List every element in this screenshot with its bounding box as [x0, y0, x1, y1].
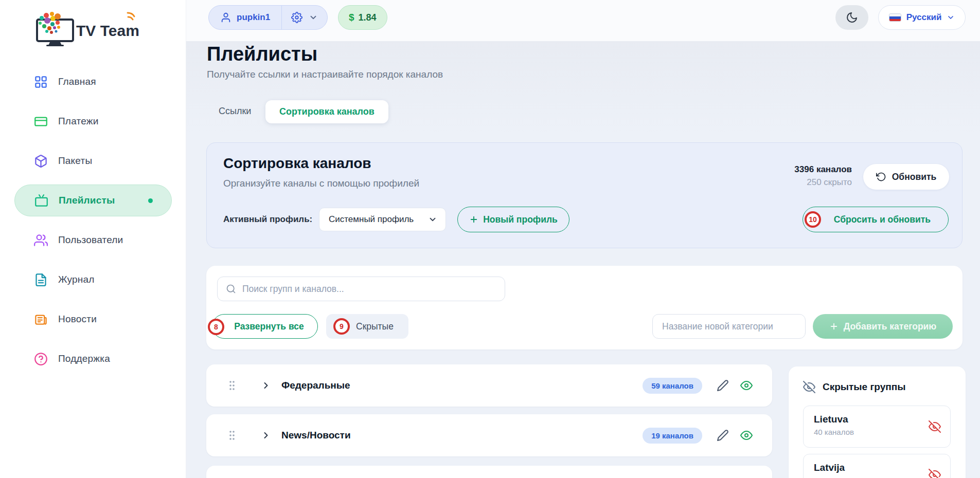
- channel-count-badge: 59 каналов: [643, 378, 702, 394]
- new-profile-label: Новый профиль: [483, 214, 558, 225]
- file-text-icon: [34, 273, 48, 287]
- chevron-down-icon: [947, 13, 955, 22]
- sidebar-item-label: Новости: [58, 314, 97, 325]
- annotation-badge-9: 9: [333, 318, 350, 335]
- refresh-button[interactable]: Обновить: [863, 164, 949, 190]
- eye-off-icon: [803, 381, 815, 393]
- search-input[interactable]: [242, 284, 496, 295]
- expand-all-button[interactable]: 8 Развернуть все: [212, 314, 318, 339]
- chevron-down-icon: [309, 13, 318, 22]
- search-icon: [226, 284, 236, 294]
- gear-icon[interactable]: [291, 12, 302, 23]
- sidebar-item-packages[interactable]: Пакеты: [14, 145, 172, 177]
- sidebar-item-label: Плейлисты: [59, 195, 115, 206]
- hidden-group-count: 40 каналов: [814, 428, 940, 436]
- eye-off-red-icon[interactable]: [929, 420, 941, 433]
- sidebar-item-label: Журнал: [58, 274, 95, 285]
- sidebar-item-users[interactable]: Пользователи: [14, 224, 172, 256]
- users-icon: [34, 233, 48, 247]
- balance-value: 1.84: [359, 12, 377, 23]
- sidebar-item-label: Поддержка: [58, 353, 110, 364]
- sidebar-item-label: Пакеты: [58, 155, 92, 167]
- edit-pencil-icon[interactable]: [717, 379, 729, 392]
- help-circle-icon: [34, 352, 48, 366]
- hidden-groups-title: Скрытые группы: [823, 381, 905, 393]
- user-menu[interactable]: pupkin1: [208, 5, 328, 30]
- sidebar-item-label: Пользователи: [58, 234, 123, 246]
- hidden-groups-panel: Скрытые группы Lietuva 40 каналов Latvij…: [789, 366, 966, 478]
- tab-links[interactable]: Ссылки: [219, 106, 251, 117]
- drag-handle-icon[interactable]: [228, 429, 236, 442]
- eye-off-red-icon[interactable]: [929, 469, 941, 478]
- language-selector[interactable]: Русский: [878, 5, 966, 30]
- balance-pill[interactable]: $ 1.84: [338, 5, 387, 30]
- language-label: Русский: [906, 12, 942, 23]
- sorting-card-title: Сортировка каналов: [223, 155, 371, 172]
- plus-icon: [829, 322, 839, 331]
- visibility-eye-icon[interactable]: [740, 429, 753, 442]
- credit-card-icon: [34, 115, 48, 128]
- newspaper-icon: [34, 312, 48, 326]
- group-row: Федеральные 59 каналов: [206, 364, 772, 407]
- sidebar-item-home[interactable]: Главная: [14, 66, 172, 98]
- tv-icon: [34, 194, 48, 208]
- active-indicator-dot: [148, 198, 153, 203]
- tv-team-logo[interactable]: TV Team: [32, 10, 140, 48]
- channel-sorting-card: Сортировка каналов Организуйте каналы с …: [206, 142, 963, 248]
- edit-pencil-icon[interactable]: [717, 429, 729, 442]
- reset-and-refresh-button[interactable]: 10 Сбросить и обновить: [803, 207, 949, 232]
- group-name[interactable]: Федеральные: [281, 380, 350, 391]
- package-icon: [34, 154, 48, 168]
- annotation-badge-10: 10: [805, 211, 821, 228]
- add-category-button[interactable]: Добавить категорию: [813, 314, 953, 339]
- search-box[interactable]: [217, 277, 505, 301]
- visibility-eye-icon[interactable]: [740, 379, 753, 392]
- page-subtitle: Получайте ссылки и настраивайте порядок …: [207, 69, 443, 80]
- group-row: News/Новости 19 каналов: [206, 414, 772, 456]
- hidden-group-card: Latvija: [803, 454, 951, 478]
- user-section[interactable]: pupkin1: [209, 12, 281, 23]
- sidebar-item-payments[interactable]: Платежи: [14, 105, 172, 137]
- hidden-group-card: Lietuva 40 каналов: [803, 406, 951, 448]
- plus-icon: [469, 215, 478, 224]
- hidden-filter-button[interactable]: 9 Скрытые: [326, 314, 408, 339]
- expand-all-label: Развернуть все: [234, 321, 304, 332]
- filter-card: 8 Развернуть все 9 Скрытые Добавить кате…: [206, 266, 963, 350]
- user-icon: [220, 12, 231, 23]
- sidebar-item-news[interactable]: Новости: [14, 303, 172, 335]
- group-row-partial: [206, 466, 772, 478]
- profile-select[interactable]: Системный профиль: [319, 208, 446, 231]
- chevron-right-icon[interactable]: [261, 380, 271, 391]
- username: pupkin1: [237, 12, 270, 23]
- user-settings-section[interactable]: [282, 12, 327, 23]
- drag-handle-icon[interactable]: [228, 379, 236, 392]
- russian-flag-icon: [889, 13, 901, 22]
- moon-icon: [846, 11, 858, 24]
- tab-channel-sorting[interactable]: Сортировка каналов: [265, 100, 388, 123]
- hidden-groups-header: Скрытые группы: [803, 381, 905, 393]
- sidebar-item-journal[interactable]: Журнал: [14, 264, 172, 296]
- channel-stats: 3396 каналов 250 скрыто: [794, 164, 852, 188]
- svg-text:TV Team: TV Team: [76, 22, 139, 39]
- new-category-input[interactable]: [652, 314, 806, 339]
- channel-count-badge: 19 каналов: [643, 428, 702, 444]
- reset-label: Сбросить и обновить: [834, 214, 931, 225]
- add-category-label: Добавить категорию: [844, 321, 937, 332]
- page-title: Плейлисты: [207, 43, 317, 65]
- sidebar-item-support[interactable]: Поддержка: [14, 343, 172, 375]
- chevron-right-icon[interactable]: [261, 430, 271, 440]
- new-profile-button[interactable]: Новый профиль: [457, 207, 569, 232]
- refresh-icon: [876, 172, 886, 182]
- hidden-group-name: Lietuva: [814, 414, 940, 425]
- sorting-card-subtitle: Организуйте каналы с помощью профилей: [223, 178, 419, 189]
- dark-mode-toggle[interactable]: [835, 5, 868, 30]
- sidebar-item-playlists[interactable]: Плейлисты: [14, 185, 172, 216]
- hidden-group-name: Latvija: [814, 462, 940, 473]
- dollar-icon: $: [349, 12, 354, 23]
- annotation-badge-8: 8: [208, 319, 224, 335]
- sidebar-item-label: Платежи: [58, 116, 98, 127]
- app-screen: pupkin1 $ 1.84 Русский: [0, 0, 980, 478]
- group-name[interactable]: News/Новости: [281, 430, 351, 441]
- sidebar-item-label: Главная: [58, 76, 96, 87]
- refresh-label: Обновить: [892, 172, 937, 182]
